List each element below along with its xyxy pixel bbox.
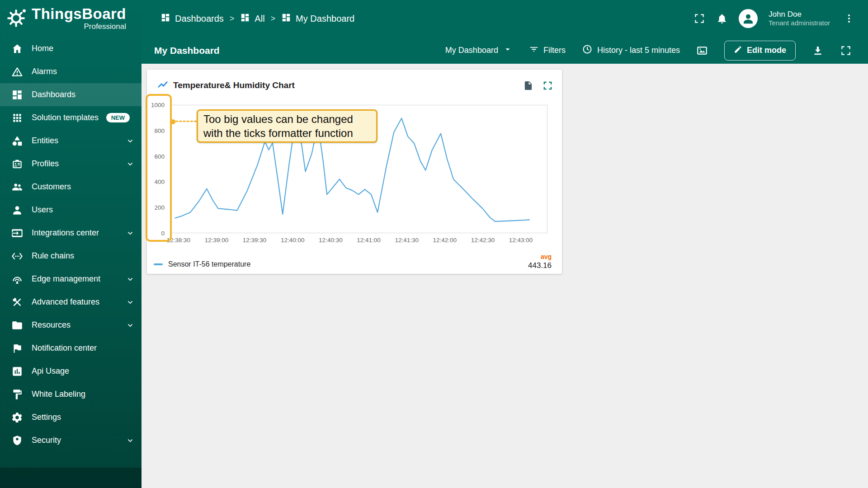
chevron-down-icon — [125, 436, 135, 446]
widget-title: Temperature& Humidity Chart — [173, 80, 523, 90]
chart-y-axis: 02004006008001000 — [147, 105, 168, 233]
dashboard-canvas: Temperature& Humidity Chart 020040060080… — [142, 64, 868, 488]
avatar[interactable] — [739, 9, 758, 28]
sidebar: ThingsBoard Professional Home Alarms Das… — [0, 0, 142, 488]
line-chart-icon — [157, 79, 169, 92]
sidebar-item-dashboards[interactable]: Dashboards — [0, 83, 142, 106]
sidebar-item-label: Profiles — [32, 159, 59, 169]
topbar: Dashboards > All > My Dashboard John — [142, 0, 868, 64]
dashboards-icon — [11, 89, 23, 101]
breadcrumb-my-dashboard[interactable]: My Dashboard — [281, 13, 354, 25]
annotation-callout: Too big values can be changed with the t… — [197, 109, 377, 143]
breadcrumb-label: Dashboards — [175, 14, 224, 24]
chart-widget: Temperature& Humidity Chart 020040060080… — [147, 70, 562, 274]
sidebar-item-label: Entities — [32, 136, 58, 145]
gear-logo-icon — [6, 7, 27, 30]
chevron-down-icon — [125, 297, 135, 307]
export-data-icon[interactable] — [523, 80, 533, 91]
history-label: History - last 5 minutes — [597, 46, 680, 55]
apps-icon — [11, 112, 23, 124]
sidebar-item-label: Resources — [32, 320, 71, 330]
dashboard-select[interactable]: My Dashboard — [445, 44, 513, 56]
sidebar-item-security[interactable]: Security — [0, 429, 142, 452]
thingsboard-logo[interactable]: ThingsBoard Professional — [0, 0, 142, 37]
sidebar-item-customers[interactable]: Customers — [0, 175, 142, 198]
sidebar-item-resources[interactable]: Resources — [0, 314, 142, 337]
legend-series-name: Sensor IT-56 temperature — [168, 260, 250, 268]
sidebar-item-integrations-center[interactable]: Integrations center — [0, 221, 142, 244]
clock-icon — [582, 44, 593, 57]
annotation-text-line2: with the ticks formatter function — [203, 126, 371, 140]
pencil-icon — [734, 45, 742, 56]
breadcrumb-label: All — [255, 14, 264, 24]
breadcrumb-all[interactable]: All — [240, 13, 264, 25]
legend-item[interactable]: Sensor IT-56 temperature — [154, 260, 250, 268]
new-badge: NEW — [106, 113, 130, 122]
edit-mode-label: Edit mode — [747, 46, 786, 55]
sidebar-item-advanced-features[interactable]: Advanced features — [0, 291, 142, 314]
dashboards-icon — [160, 13, 170, 25]
breadcrumb-dashboards[interactable]: Dashboards — [160, 13, 224, 25]
chart-box-icon — [11, 365, 23, 377]
sidebar-item-white-labeling[interactable]: White Labeling — [0, 383, 142, 406]
sidebar-item-label: Advanced features — [32, 297, 99, 307]
sidebar-item-settings[interactable]: Settings — [0, 406, 142, 429]
brand-name: ThingsBoard — [32, 6, 126, 22]
legend-aggregation: avg 443.16 — [528, 253, 552, 270]
home-icon — [11, 42, 23, 55]
sidebar-item-api-usage[interactable]: Api Usage — [0, 360, 142, 383]
dashboard-select-value: My Dashboard — [445, 46, 498, 55]
sidebar-item-edge-management[interactable]: Edge management — [0, 267, 142, 291]
sidebar-item-label: Settings — [32, 413, 61, 422]
sidebar-item-solution-templates[interactable]: Solution templates NEW — [0, 106, 142, 129]
legend-line-marker — [154, 263, 163, 265]
sidebar-item-home[interactable]: Home — [0, 37, 142, 60]
chevron-down-icon — [125, 274, 135, 284]
entities-icon — [11, 135, 23, 147]
sidebar-menu: Home Alarms Dashboards Solution template… — [0, 37, 142, 452]
annotation-dot — [170, 119, 175, 124]
sidebar-item-label: White Labeling — [32, 389, 85, 399]
sidebar-item-users[interactable]: Users — [0, 198, 142, 221]
chevron-down-icon — [125, 320, 135, 330]
breadcrumb-separator: > — [271, 14, 276, 23]
avg-value: 443.16 — [528, 261, 552, 270]
filters-label: Filters — [543, 46, 566, 55]
sidebar-item-alarms[interactable]: Alarms — [0, 60, 142, 83]
sidebar-item-label: Rule chains — [32, 251, 74, 261]
annotation-text-line1: Too big values can be changed — [203, 112, 371, 126]
sidebar-item-notification-center[interactable]: Notification center — [0, 337, 142, 360]
avg-label: avg — [541, 253, 552, 260]
gear-icon — [11, 411, 23, 423]
user-role: Tenant administrator — [769, 19, 830, 28]
sidebar-item-label: Solution templates — [32, 113, 99, 122]
sidebar-item-profiles[interactable]: Profiles — [0, 152, 142, 175]
kebab-menu-icon[interactable] — [844, 13, 854, 24]
sidebar-item-rule-chains[interactable]: Rule chains — [0, 244, 142, 267]
fullscreen-icon[interactable] — [693, 13, 705, 24]
breadcrumb: Dashboards > All > My Dashboard — [160, 13, 354, 25]
edge-icon — [11, 273, 23, 285]
sidebar-item-label: Alarms — [32, 67, 57, 76]
filter-icon — [529, 44, 539, 56]
sidebar-footer — [0, 468, 142, 488]
annotation-connector — [175, 121, 197, 122]
sidebar-item-entities[interactable]: Entities — [0, 129, 142, 152]
chevron-down-icon — [125, 228, 135, 238]
edit-mode-button[interactable]: Edit mode — [724, 41, 796, 61]
filters-button[interactable]: Filters — [529, 44, 566, 56]
paint-icon — [11, 388, 23, 400]
dashboard-image-button[interactable] — [696, 45, 708, 56]
sidebar-item-label: Dashboards — [32, 90, 75, 99]
dashboard-toolbar: My Dashboard My Dashboard Filters Histor… — [142, 37, 868, 64]
notifications-bell-icon[interactable] — [716, 13, 728, 24]
advanced-icon — [11, 296, 23, 308]
breadcrumb-separator: > — [230, 14, 235, 23]
toolbar-fullscreen-icon[interactable] — [840, 45, 852, 56]
download-icon[interactable] — [812, 45, 824, 56]
user-name: John Doe — [769, 9, 830, 19]
sidebar-item-label: Customers — [32, 182, 71, 192]
widget-fullscreen-icon[interactable] — [542, 80, 553, 91]
chevron-down-icon — [125, 136, 135, 146]
history-button[interactable]: History - last 5 minutes — [582, 44, 680, 57]
